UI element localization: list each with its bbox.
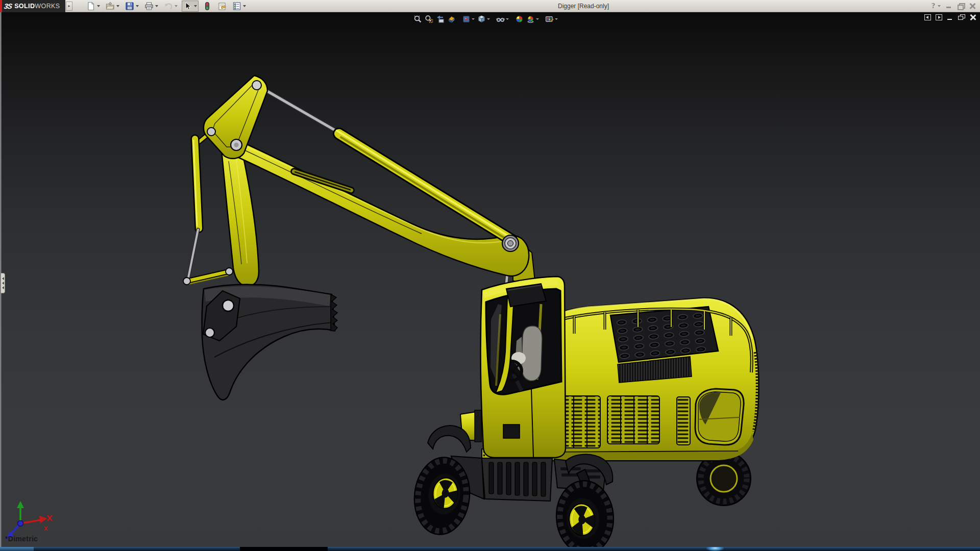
view-cube-icon <box>477 15 486 23</box>
apply-scene-dropdown-arrow[interactable] <box>536 18 539 20</box>
rebuild-button[interactable] <box>201 1 213 12</box>
save-dropdown-arrow[interactable] <box>136 5 139 7</box>
document-close-icon[interactable] <box>969 14 976 20</box>
options-dropdown-arrow[interactable] <box>243 5 246 7</box>
graphics-viewport[interactable]: X <box>0 12 980 547</box>
appearance-ball-icon <box>515 15 524 23</box>
open-button[interactable] <box>104 1 121 12</box>
apply-scene-button[interactable] <box>526 15 539 23</box>
window-controls: ? <box>932 0 976 12</box>
minimize-icon[interactable] <box>945 3 952 10</box>
open-dropdown-arrow[interactable] <box>116 5 119 7</box>
logo-red-strip <box>0 0 2 12</box>
taskbar-highlight <box>706 547 724 551</box>
brand-name-light: WORKS <box>35 3 60 10</box>
previous-view-button[interactable] <box>436 15 445 23</box>
section-view-button[interactable] <box>447 15 456 23</box>
collapse-arrow-icon <box>2 277 4 280</box>
zoom-fit-icon <box>413 15 422 23</box>
view-orientation-label: *Dimetric <box>5 535 38 543</box>
taskbar-button-shadow <box>240 547 328 551</box>
open-folder-icon <box>106 2 115 11</box>
heads-up-view-toolbar <box>413 14 558 24</box>
select-dropdown-arrow[interactable] <box>194 5 197 7</box>
taskbar-start-edge <box>0 547 34 551</box>
collapse-arrow-icon <box>2 286 4 289</box>
document-window-controls <box>924 14 976 20</box>
options-checklist-icon <box>232 2 241 11</box>
feature-manager-flyout-tab[interactable] <box>1 273 5 293</box>
x-axis-label: X <box>44 525 48 532</box>
scene-ball-icon <box>526 15 535 23</box>
options-button[interactable] <box>231 1 248 12</box>
annotation-views-dropdown-arrow[interactable] <box>472 18 475 20</box>
annotation-views-button[interactable] <box>462 15 475 23</box>
view-settings-icon <box>545 15 554 23</box>
print-dropdown-arrow[interactable] <box>155 5 158 7</box>
new-document-button[interactable] <box>85 1 102 12</box>
hide-show-dropdown-arrow[interactable] <box>506 18 509 20</box>
rear-window <box>695 389 744 445</box>
ds-logo-mark: 3S <box>4 2 12 10</box>
glasses-icon <box>496 15 505 23</box>
annotation-views-icon <box>462 15 471 23</box>
document-restore-icon[interactable] <box>958 14 965 20</box>
undo-button[interactable] <box>162 1 179 12</box>
new-dropdown-arrow[interactable] <box>97 5 100 7</box>
reference-triad: X <box>6 501 52 540</box>
dock-right-icon[interactable] <box>936 14 942 20</box>
select-cursor-icon <box>183 2 192 11</box>
hide-show-items-button[interactable] <box>496 15 509 23</box>
solidworks-logo: 3S SOLIDWORKS <box>0 0 65 12</box>
save-button[interactable] <box>124 1 140 12</box>
collapse-arrow-icon <box>2 282 4 285</box>
zoom-area-icon <box>425 15 433 23</box>
section-view-icon <box>447 15 456 23</box>
new-document-icon <box>86 2 95 11</box>
excavator-model: X <box>0 12 980 547</box>
close-icon[interactable] <box>969 3 976 10</box>
menu-expand-button[interactable]: ▸ <box>66 2 72 11</box>
help-icon[interactable]: ? <box>932 2 935 10</box>
main-toolbar <box>85 1 248 12</box>
taskbar-edge[interactable] <box>0 547 980 551</box>
zoom-to-area-button[interactable] <box>425 15 433 23</box>
select-tool-button[interactable] <box>182 1 199 12</box>
restore-icon[interactable] <box>957 3 964 10</box>
previous-view-icon <box>436 15 445 23</box>
print-icon <box>144 2 154 11</box>
traffic-light-icon <box>203 2 212 11</box>
brand-name-bold: SOLID <box>14 3 35 10</box>
save-floppy-icon <box>125 2 134 11</box>
view-orientation-button[interactable] <box>477 15 490 23</box>
cab <box>460 277 566 458</box>
file-properties-icon <box>217 2 227 11</box>
undo-arrow-icon <box>164 2 173 11</box>
document-minimize-icon[interactable] <box>947 14 953 20</box>
undo-dropdown-arrow[interactable] <box>175 5 178 7</box>
file-properties-button[interactable] <box>216 1 228 12</box>
front-right-wheel <box>554 479 616 547</box>
view-settings-dropdown-arrow[interactable] <box>555 18 558 20</box>
zoom-to-fit-button[interactable] <box>413 15 422 23</box>
dock-left-icon[interactable] <box>924 14 931 20</box>
view-settings-button[interactable] <box>545 15 558 23</box>
edit-appearance-button[interactable] <box>515 15 524 23</box>
view-orientation-dropdown-arrow[interactable] <box>487 18 490 20</box>
title-bar: 3S SOLIDWORKS ▸ <box>0 0 980 12</box>
print-button[interactable] <box>143 1 160 12</box>
help-dropdown-arrow[interactable] <box>938 5 941 7</box>
window-title: Digger [Read-only] <box>543 0 624 12</box>
